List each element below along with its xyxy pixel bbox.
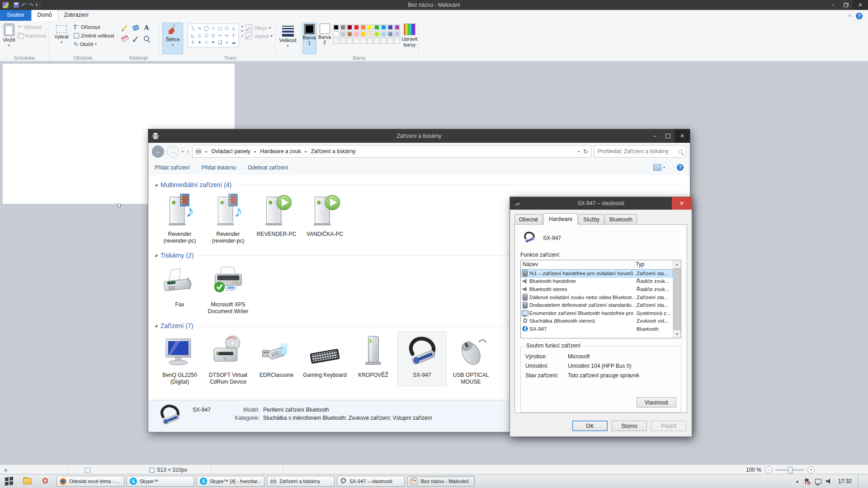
paint-app-icon[interactable] [2, 2, 9, 8]
palette-color[interactable] [340, 31, 346, 37]
palette-color[interactable] [354, 31, 359, 37]
device-item-dtsoft[interactable]: DTSOFT Virtual CdRom Device [204, 331, 252, 386]
shapes-more-icon[interactable]: ▾ [241, 34, 244, 38]
palette-color[interactable] [340, 24, 346, 30]
address-bar[interactable]: ▸ Ovládací panely ▸ Hardware a zvuk ▸ Za… [192, 145, 591, 158]
shape-four-point-star[interactable]: ✦ [196, 39, 203, 46]
eraser-tool[interactable] [122, 36, 128, 41]
cancel-button[interactable]: Storno [612, 421, 647, 431]
list-row[interactable]: Bluetooth stereo Řadiče zvuk... [521, 285, 673, 293]
palette-color[interactable] [394, 31, 400, 37]
device-item-revender-pc[interactable]: REVENDER-PC [252, 190, 301, 245]
resize-button[interactable]: Změnit velikost [74, 31, 114, 40]
taskbar-button-firefox[interactable]: Odeslat nové téma - ... [57, 476, 124, 487]
change-view-button[interactable]: ▾ [653, 164, 665, 171]
device-item-edrclassone[interactable]: EDRClassone [252, 331, 301, 386]
palette-empty[interactable] [360, 38, 366, 44]
breadcrumb-control-panel[interactable]: Ovládací panely [212, 148, 250, 155]
palette-empty[interactable] [347, 38, 353, 44]
shape-diamond[interactable]: ◇ [196, 32, 203, 39]
save-icon[interactable] [14, 2, 19, 8]
device-item-usb-mouse[interactable]: USB OPTICAL MOUSE [447, 331, 495, 386]
palette-color[interactable] [374, 24, 380, 30]
tab-soubor[interactable]: Soubor [0, 10, 31, 21]
shape-right-arrow[interactable]: ⇨ [217, 32, 223, 39]
help-icon[interactable]: ? [677, 164, 684, 171]
palette-empty[interactable] [333, 38, 339, 44]
palette-empty[interactable] [354, 38, 359, 44]
shape-polygon[interactable]: ⬠ [223, 25, 230, 32]
palette-color[interactable] [394, 24, 400, 30]
copy-button[interactable]: Kopírovat [18, 31, 46, 40]
shape-down-arrow[interactable]: ⇩ [189, 39, 196, 46]
remove-device-button[interactable]: Odebrat zařízení [248, 164, 288, 171]
scrollbar[interactable]: ▲ ▼ [673, 260, 681, 338]
close-button[interactable]: ✕ [672, 197, 692, 210]
add-device-button[interactable]: Přidat zařízení [155, 164, 189, 171]
list-row[interactable]: Ω Sluchátka (Bluetooth stereo) Zvukové v… [521, 317, 673, 325]
back-button[interactable]: ← [152, 145, 164, 158]
scroll-up-icon[interactable]: ▲ [673, 260, 681, 268]
palette-color[interactable] [367, 31, 373, 37]
tab-obecne[interactable]: Obecné [514, 214, 542, 224]
device-item-kropovez[interactable]: KROPOVĚŽ [349, 331, 397, 386]
forward-button[interactable]: → [167, 145, 179, 158]
maximize-button[interactable] [661, 129, 675, 143]
list-row[interactable]: SX-947 Bluetooth [521, 325, 673, 333]
clock[interactable]: 17:32 [836, 478, 852, 484]
opera-button[interactable]: O [36, 474, 54, 488]
add-printer-button[interactable]: Přidat tiskárnu [201, 164, 236, 171]
select-button[interactable]: Vybrat ▾ [51, 23, 72, 54]
collapse-ribbon-icon[interactable]: ^ [849, 14, 851, 19]
palette-color[interactable] [367, 24, 373, 30]
palette-color[interactable] [387, 31, 393, 37]
help-icon[interactable]: ? [856, 13, 863, 19]
start-button[interactable] [0, 474, 18, 488]
shape-oval-callout[interactable]: ◖ [223, 39, 230, 46]
list-row[interactable]: Enumerátor zařízení Bluetooth handsfree … [521, 309, 673, 317]
scroll-down-icon[interactable]: ▼ [673, 330, 681, 338]
tray-expand-icon[interactable]: ▲ [795, 479, 799, 483]
pencil-tool[interactable] [124, 24, 126, 31]
fill-tool[interactable] [133, 25, 139, 30]
show-desktop-button[interactable] [858, 474, 862, 488]
shape-cloud-callout[interactable]: ☁ [230, 39, 237, 46]
shape-hexagon[interactable]: ⬡ [210, 32, 217, 39]
ok-button[interactable]: OK [572, 421, 608, 431]
shapes-scroll-up-icon[interactable]: ▲ [241, 24, 244, 28]
refresh-icon[interactable]: ↻ [583, 148, 588, 155]
palette-color[interactable] [354, 24, 359, 30]
shapes-scroll-down-icon[interactable]: ▼ [241, 29, 244, 33]
list-row[interactable]: %1 – zařízení handsfree pro ovládání hov… [521, 269, 673, 277]
network-icon[interactable] [815, 479, 821, 484]
palette-color[interactable] [381, 24, 387, 30]
shape-rounded-rectangle[interactable]: ▢ [217, 25, 223, 32]
outline-button[interactable]: Obrys▾ [245, 24, 273, 31]
restore-button[interactable] [840, 0, 853, 10]
taskbar-button-paint[interactable]: Bez názvu - Malování [407, 476, 475, 487]
file-explorer-button[interactable] [18, 474, 36, 488]
redo-icon[interactable]: ↷ [28, 2, 33, 8]
device-item-vandicka-pc[interactable]: VANDIČKA-PC [301, 190, 349, 245]
address-dropdown-icon[interactable]: ▾ [578, 150, 580, 154]
breadcrumb-hardware-sound[interactable]: Hardware a zvuk [260, 148, 301, 155]
zoom-slider[interactable] [776, 469, 804, 470]
shape-five-point-star[interactable]: ☆ [203, 39, 210, 46]
minimize-button[interactable]: – [826, 0, 840, 10]
color2-button[interactable]: Barva 2 [318, 23, 331, 54]
shape-triangle[interactable]: △ [230, 25, 237, 32]
zoom-in-button[interactable]: + [807, 466, 815, 474]
shape-line[interactable]: ╲ [189, 25, 196, 32]
device-item-sx947[interactable]: SX-947 [397, 331, 447, 386]
palette-color[interactable] [387, 24, 393, 30]
tab-hardware[interactable]: Hardware [543, 213, 578, 224]
magnifier-tool[interactable] [144, 36, 149, 41]
scrollbar-thumb[interactable] [674, 268, 680, 330]
device-item-revender1[interactable]: Revender (revender-pc) [156, 190, 204, 245]
paste-button[interactable]: Vložit ▾ [2, 23, 16, 54]
palette-empty[interactable] [340, 38, 346, 44]
palette-empty[interactable] [394, 38, 400, 44]
taskbar-button-devices[interactable]: Zařízení a tiskárny [267, 476, 335, 487]
rotate-button[interactable]: ↻Otočit▾ [74, 40, 114, 48]
color-picker-tool[interactable] [135, 36, 137, 42]
